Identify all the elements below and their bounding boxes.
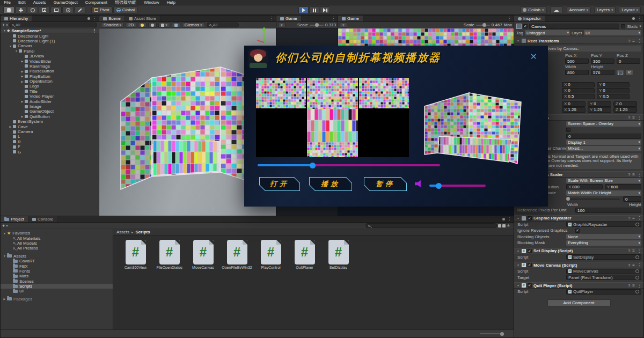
hierarchy-item-video-player[interactable]: Video Player: [1, 94, 99, 99]
scale-slider[interactable]: [310, 25, 324, 26]
close-button[interactable]: ✕: [530, 52, 537, 62]
foldout-icon[interactable]: ▶: [20, 70, 25, 73]
hand-tool-button[interactable]: [3, 6, 14, 13]
menu-icon[interactable]: ⋮: [637, 39, 641, 43]
active-checkbox[interactable]: [523, 24, 528, 28]
blocking-mask-dropdown[interactable]: Everything: [566, 240, 641, 246]
collab-dropdown[interactable]: Collab▾: [520, 6, 546, 13]
ref-resolution-y-field[interactable]: Y600: [605, 184, 641, 189]
menu-icon[interactable]: ⋮: [637, 172, 641, 177]
preset-icon[interactable]: ≡: [632, 216, 635, 221]
script-object-field[interactable]: #QuitPlayer: [566, 289, 641, 295]
lock-icon[interactable]: [632, 17, 635, 20]
menu-icon[interactable]: ⋮: [637, 216, 641, 221]
video-progress-slider[interactable]: [258, 164, 440, 166]
blocking-objects-dropdown[interactable]: None: [566, 234, 641, 239]
foldout-icon[interactable]: ▼: [516, 263, 520, 267]
help-icon[interactable]: ?: [628, 39, 630, 43]
hierarchy-item-videoslider[interactable]: ▶VideoSlider: [1, 58, 99, 63]
hierarchy-item-l[interactable]: L: [1, 134, 99, 139]
scale-slider[interactable]: [476, 25, 490, 26]
help-icon[interactable]: ?: [628, 216, 630, 221]
rect-tool-button[interactable]: [50, 6, 62, 13]
shading-mode-dropdown[interactable]: Shaded▾: [101, 23, 124, 28]
panel-menu-icon[interactable]: ⋮: [507, 16, 511, 21]
match-slider[interactable]: [566, 199, 620, 200]
play-video-button[interactable]: 播放: [309, 177, 352, 191]
move-canvas-header[interactable]: ▼ # Move Canvas (Script) ?≡⋮: [514, 262, 643, 268]
project-item-favorites[interactable]: ▼★Favorites: [1, 231, 113, 236]
hierarchy-item-panel[interactable]: ▼Panel: [1, 49, 99, 54]
tab-game-1[interactable]: Game: [276, 16, 302, 21]
object-picker-icon[interactable]: [635, 269, 639, 273]
foldout-icon[interactable]: ▼: [516, 284, 520, 287]
scale-z-field[interactable]: Z1.25: [613, 107, 637, 113]
object-picker-icon[interactable]: [635, 276, 639, 280]
hierarchy-item-samplescene[interactable]: ▼◆SampleScene*⋮: [1, 28, 99, 33]
preset-icon[interactable]: ≡: [632, 115, 635, 120]
pivot-toggle[interactable]: Pivot: [91, 6, 113, 13]
help-icon[interactable]: ?: [628, 172, 630, 177]
layers-dropdown[interactable]: Layers▾: [594, 6, 616, 13]
translate-gizmo[interactable]: [257, 27, 271, 45]
pos-x-field[interactable]: 500: [565, 58, 589, 64]
scale-y-field[interactable]: Y1.25: [588, 107, 611, 113]
object-name-field[interactable]: Canvas: [529, 24, 619, 29]
foldout-icon[interactable]: ▶: [20, 60, 25, 63]
asset-fileopendialog[interactable]: #FileOpenDialog: [152, 240, 186, 269]
anchor-max-y-field[interactable]: Y0: [597, 88, 630, 93]
project-search-input[interactable]: [365, 223, 497, 228]
target-object-field[interactable]: Panel (Rect Transform): [566, 275, 641, 280]
volume-slider[interactable]: [429, 185, 486, 187]
foldout-icon[interactable]: ▶: [20, 100, 25, 103]
script-object-field[interactable]: #GraphicRaycaster: [566, 222, 641, 227]
tag-dropdown[interactable]: Untagged: [525, 30, 570, 35]
hierarchy-item-rawimage[interactable]: RawImage: [1, 64, 99, 69]
open-button[interactable]: 打开: [259, 177, 300, 191]
create-button[interactable]: +: [2, 223, 5, 229]
tab-console[interactable]: Console: [28, 216, 57, 222]
preset-icon[interactable]: ≡: [632, 39, 635, 43]
hierarchy-item-f[interactable]: F: [1, 144, 99, 149]
grid-dropdown[interactable]: [172, 23, 180, 28]
render-mode-dropdown[interactable]: Screen Space - Overlay: [566, 121, 641, 127]
project-item-fbx[interactable]: FBX: [1, 263, 113, 268]
ui-scale-mode-dropdown[interactable]: Scale With Screen Size: [566, 178, 641, 183]
project-item-fonts[interactable]: Fonts: [1, 269, 113, 274]
asset-openfilebywin32[interactable]: #OpenFileByWin32: [220, 240, 254, 269]
object-picker-icon[interactable]: [635, 290, 639, 293]
help-icon[interactable]: ?: [628, 115, 630, 120]
chevron-down-icon[interactable]: ▾: [639, 24, 641, 28]
transform-tool-button[interactable]: [62, 6, 74, 13]
hierarchy-item-eventsystem[interactable]: EventSystem: [1, 119, 99, 124]
cave-3d-view[interactable]: [423, 90, 525, 165]
lock-icon[interactable]: [87, 17, 90, 20]
foldout-icon[interactable]: ▶: [20, 80, 25, 83]
icon-size-slider[interactable]: [480, 333, 504, 334]
hierarchy-item-title[interactable]: Title: [1, 89, 99, 94]
tab-game-2[interactable]: Game: [338, 16, 363, 21]
tab-inspector[interactable]: Inspector: [514, 16, 545, 21]
hierarchy-item-r[interactable]: R: [1, 139, 99, 144]
script-object-field[interactable]: #MoveCanvas: [566, 269, 641, 274]
anchor-max-x-field[interactable]: X0: [562, 88, 595, 93]
rotate-tool-button[interactable]: [27, 6, 38, 13]
ref-resolution-x-field[interactable]: X800: [566, 184, 603, 189]
gizmos-dropdown[interactable]: Gizmos▾: [182, 23, 205, 28]
help-icon[interactable]: ?: [628, 248, 630, 253]
asset-setdisplay[interactable]: #SetDisplay: [321, 240, 355, 269]
hierarchy-item-canvas[interactable]: ▼Canvas: [1, 43, 99, 48]
tab-project[interactable]: Project: [1, 216, 28, 222]
foldout-icon[interactable]: ▶: [20, 75, 25, 78]
project-item-all-materials[interactable]: All Materials: [1, 236, 113, 240]
anchor-preset-button[interactable]: [617, 70, 624, 75]
lighting-toggle[interactable]: [138, 23, 147, 28]
sort-order-field[interactable]: 0: [566, 134, 641, 139]
component-enabled-checkbox[interactable]: [528, 249, 532, 253]
object-picker-icon[interactable]: [635, 223, 639, 226]
chevron-down-icon[interactable]: ▾: [6, 224, 8, 228]
layout-dropdown[interactable]: Layout▾: [619, 6, 641, 13]
menu-icon[interactable]: ⋮: [637, 115, 641, 120]
pixel-perfect-checkbox[interactable]: [566, 128, 570, 132]
asset-movecanvas[interactable]: #MoveCanvas: [186, 240, 220, 269]
